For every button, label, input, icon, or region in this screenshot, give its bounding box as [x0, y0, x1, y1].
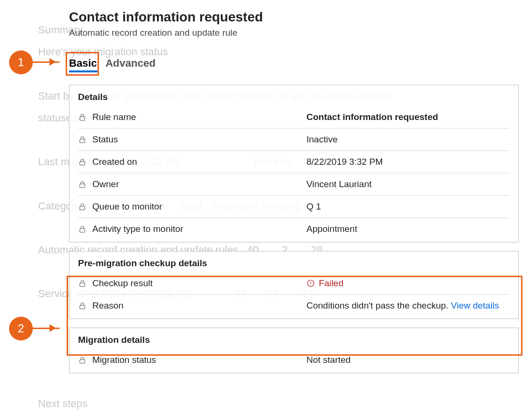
details-value: Q 1	[306, 201, 510, 212]
callout-1: 1	[9, 50, 33, 74]
callout-2: 2	[9, 317, 33, 340]
details-label: Rule name	[92, 112, 136, 122]
details-row: Queue to monitorQ 1	[78, 196, 510, 218]
lock-icon	[78, 135, 87, 144]
arrow-1	[33, 61, 59, 63]
reason-label: Reason	[92, 300, 124, 311]
details-row: Rule nameContact information requested	[78, 106, 510, 129]
page-subtitle: Automatic record creation and update rul…	[69, 28, 519, 38]
checkup-result-label: Checkup result	[92, 278, 153, 289]
tab-basic[interactable]: Basic	[69, 57, 97, 70]
arrow-2	[33, 328, 59, 329]
premigration-heading: Pre-migration checkup details	[78, 258, 510, 269]
details-row: Activity type to monitorAppointment	[78, 218, 510, 242]
details-value: Contact information requested	[306, 112, 510, 122]
checkup-result-value: Failed	[319, 278, 344, 289]
lock-icon	[78, 158, 87, 166]
reason-value: Conditions didn't pass the checkup.	[306, 300, 451, 310]
premigration-card: Pre-migration checkup details Checkup re…	[69, 251, 519, 319]
details-card: Details Rule nameContact information req…	[69, 85, 519, 242]
details-value: 8/22/2019 3:32 PM	[306, 157, 510, 167]
details-label: Created on	[92, 157, 137, 167]
main-panel: Contact information requested Automatic …	[69, 10, 519, 382]
lock-icon	[78, 180, 87, 189]
details-value: Appointment	[306, 224, 510, 234]
migration-status-label: Migration status	[92, 355, 156, 365]
details-heading: Details	[78, 92, 510, 102]
details-row: OwnerVincent Lauriant	[78, 173, 510, 196]
migration-status-value: Not started	[306, 355, 510, 365]
lock-icon	[78, 301, 87, 310]
migration-heading: Migration details	[78, 335, 510, 345]
lock-icon	[78, 279, 87, 288]
lock-icon	[78, 202, 87, 211]
details-row: StatusInactive	[78, 129, 510, 151]
lock-icon	[78, 356, 87, 364]
migration-card: Migration details Migration status Not s…	[69, 328, 519, 373]
lock-icon	[78, 225, 87, 233]
view-details-link[interactable]: View details	[451, 300, 499, 310]
details-row: Created on8/22/2019 3:32 PM	[78, 151, 510, 173]
details-label: Owner	[92, 179, 119, 190]
details-value: Vincent Lauriant	[306, 179, 510, 190]
page-title: Contact information requested	[69, 10, 519, 25]
tab-bar: Basic Advanced	[69, 57, 519, 70]
details-label: Status	[92, 134, 118, 145]
error-icon	[306, 279, 315, 288]
details-label: Queue to monitor	[92, 201, 162, 212]
tab-advanced[interactable]: Advanced	[106, 57, 156, 70]
lock-icon	[78, 113, 87, 121]
details-label: Activity type to monitor	[92, 224, 183, 234]
details-value: Inactive	[306, 134, 510, 145]
